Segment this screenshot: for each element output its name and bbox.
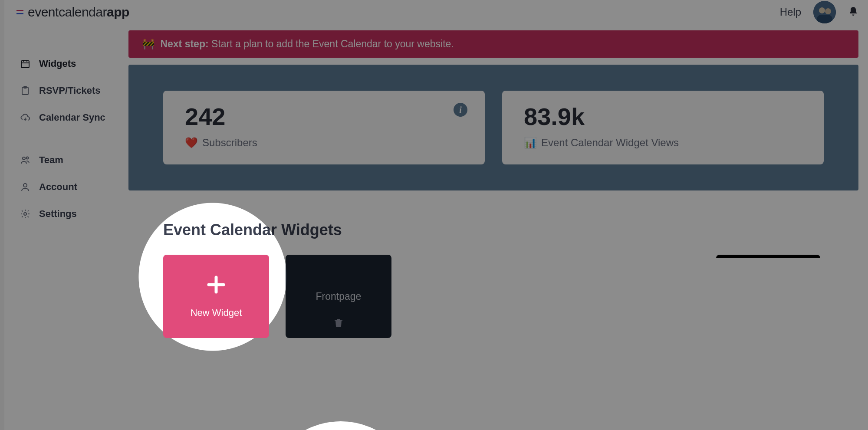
- views-label: Event Calendar Widget Views: [541, 137, 679, 149]
- logo[interactable]: eventcalendarapp: [16, 5, 129, 20]
- stat-card-views[interactable]: 83.9k 📊 Event Calendar Widget Views: [502, 91, 824, 164]
- sidebar-item-label: RSVP/Tickets: [39, 85, 100, 96]
- next-step-banner[interactable]: 🚧 Next step: Start a plan to add the Eve…: [128, 30, 858, 58]
- calendar-icon: [20, 59, 30, 69]
- stat-card-subscribers[interactable]: 242 ❤️ Subscribers i: [163, 91, 485, 164]
- views-value: 83.9k: [524, 105, 802, 129]
- new-widget-label: New Widget: [191, 307, 242, 318]
- svg-point-9: [23, 184, 27, 187]
- logo-mark-icon: [16, 10, 23, 14]
- partial-card-edge: [716, 255, 820, 258]
- svg-point-8: [26, 157, 29, 159]
- topbar: eventcalendarapp Help: [4, 0, 868, 24]
- subscribers-value: 242: [185, 105, 463, 129]
- svg-rect-3: [817, 15, 832, 23]
- banner-text: Start a plan to add the Event Calendar t…: [211, 38, 454, 49]
- avatar[interactable]: [813, 1, 836, 23]
- widget-card-frontpage[interactable]: Frontpage: [286, 255, 391, 338]
- svg-rect-4: [21, 61, 29, 68]
- svg-point-10: [24, 213, 26, 215]
- sidebar-item-settings[interactable]: Settings: [4, 200, 128, 227]
- logo-text: eventcalendarapp: [28, 5, 129, 20]
- bell-icon[interactable]: [848, 5, 858, 19]
- construction-emoji-icon: 🚧: [142, 38, 155, 49]
- sidebar-item-account[interactable]: Account: [4, 174, 128, 200]
- heart-icon: ❤️: [185, 137, 198, 149]
- svg-point-7: [23, 157, 25, 160]
- new-widget-button[interactable]: New Widget: [163, 255, 269, 338]
- user-icon: [20, 182, 30, 192]
- team-icon: [20, 155, 30, 165]
- widget-name: Frontpage: [316, 291, 362, 302]
- sidebar-item-team[interactable]: Team: [4, 147, 128, 174]
- sidebar: Widgets RSVP/Tickets Calendar Sync Team: [4, 24, 128, 430]
- sidebar-item-label: Team: [39, 154, 63, 166]
- widgets-row: New Widget Frontpage: [128, 255, 868, 338]
- subscribers-label: Subscribers: [202, 137, 257, 149]
- sidebar-item-label: Calendar Sync: [39, 112, 105, 123]
- sidebar-item-rsvp[interactable]: RSVP/Tickets: [4, 77, 128, 104]
- bar-chart-icon: 📊: [524, 137, 537, 149]
- section-title: Event Calendar Widgets: [163, 221, 868, 239]
- plus-icon: [206, 274, 226, 299]
- gear-icon: [20, 209, 30, 219]
- sidebar-item-sync[interactable]: Calendar Sync: [4, 104, 128, 131]
- sidebar-item-label: Widgets: [39, 58, 76, 69]
- svg-point-2: [825, 8, 831, 14]
- info-icon[interactable]: i: [454, 103, 467, 117]
- svg-point-1: [819, 7, 825, 13]
- stats-panel: 242 ❤️ Subscribers i 83.9k 📊 Event Calen…: [128, 65, 858, 190]
- sidebar-item-label: Settings: [39, 208, 77, 220]
- cloud-sync-icon: [20, 112, 30, 123]
- help-link[interactable]: Help: [780, 6, 801, 18]
- sidebar-item-widgets[interactable]: Widgets: [4, 50, 128, 77]
- main-content: 🚧 Next step: Start a plan to add the Eve…: [128, 24, 868, 430]
- clipboard-icon: [20, 85, 30, 96]
- trash-icon[interactable]: [335, 318, 342, 328]
- banner-strong: Next step:: [160, 38, 208, 49]
- sidebar-item-label: Account: [39, 181, 77, 193]
